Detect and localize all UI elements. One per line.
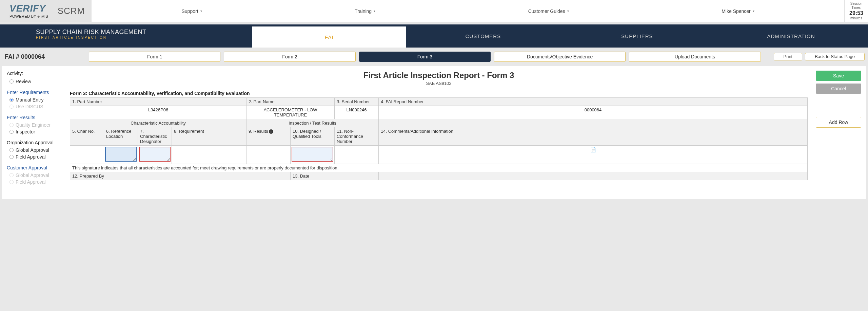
radio-inspector[interactable]: Inspector	[7, 128, 64, 135]
session-label2: Timer:	[849, 6, 863, 10]
radio-cust-global-label: Global Approval	[16, 172, 49, 178]
th-prepared-by: 12. Prepared By	[70, 172, 291, 180]
table-row: 📄	[70, 146, 808, 164]
radio-field-label: Field Approval	[16, 154, 46, 160]
main-nav-title: SUPPLY CHAIN RISK MANAGEMENT	[36, 29, 146, 36]
toolbar-right: Print Back to Status Page	[774, 53, 865, 60]
radio-cust-field-label: Field Approval	[16, 179, 46, 185]
back-to-status-button[interactable]: Back to Status Page	[805, 53, 865, 60]
session-timer: Session Timer: 29:53 minutes	[844, 0, 868, 22]
tab-customers[interactable]: CUSTOMERS	[406, 24, 560, 48]
nav-user-label: Mike Spencer	[722, 8, 751, 14]
th-results-label: 9. Results	[249, 129, 268, 134]
th-ref-location: 6. Reference Location	[104, 127, 138, 146]
cell-nonconformance	[335, 146, 379, 164]
th-char-accountability: Characteristic Accountability	[70, 119, 246, 127]
radio-icon	[9, 155, 14, 159]
tab-administration[interactable]: ADMINISTRATION	[714, 24, 868, 48]
main-nav-subtitle: FIRST ARTICLE INSPECTION	[36, 36, 146, 39]
section-customer-approval: Customer Approval	[7, 165, 64, 170]
documents-button[interactable]: Documents/Objective Evidence	[494, 52, 626, 62]
add-row-button[interactable]: Add Row	[816, 117, 861, 128]
page-subtitle: SAE AS9102	[70, 81, 808, 86]
radio-icon	[9, 180, 14, 184]
radio-icon	[9, 123, 14, 127]
cell-char-no	[70, 146, 104, 164]
nav-user[interactable]: Mike Spencer▾	[722, 8, 754, 14]
page-title: First Article Inspection Report - Form 3	[70, 71, 808, 80]
fai-number: FAI # 0000064	[5, 53, 85, 60]
input-results[interactable]	[248, 147, 289, 161]
val-fai-report: 0000064	[379, 106, 808, 119]
nav-training[interactable]: Training▾	[355, 8, 375, 14]
input-char-no[interactable]	[72, 147, 102, 161]
radio-global-approval[interactable]: Global Approval	[7, 147, 64, 153]
th-char-designator: 7. Characteristic Designator	[138, 127, 172, 146]
radio-icon	[9, 79, 14, 84]
th-part-name: 2. Part Name	[246, 98, 335, 106]
val-part-name: ACCELEROMETER - LOW TEMPERATURE	[246, 106, 335, 119]
save-button[interactable]: Save	[816, 71, 861, 81]
radio-review[interactable]: Review	[7, 78, 64, 85]
chevron-down-icon: ▾	[374, 9, 375, 13]
main-panel: First Article Inspection Report - Form 3…	[67, 71, 810, 185]
tab-fai[interactable]: FAI	[252, 26, 406, 48]
radio-quality-engineer: Quality Engineer	[7, 122, 64, 128]
session-label1: Session	[849, 2, 863, 6]
document-icon[interactable]: 📄	[380, 147, 806, 152]
form3-button[interactable]: Form 3	[359, 52, 491, 62]
th-serial: 3. Serial Number	[335, 98, 379, 106]
radio-field-approval[interactable]: Field Approval	[7, 153, 64, 160]
top-bar: VERIFY POWERED BY ⟐ iVIS SCRM Support▾ T…	[0, 0, 868, 22]
input-nonconformance[interactable]	[336, 147, 377, 161]
radio-use-discus: Use DISCUS	[7, 103, 64, 110]
form-toolbar: FAI # 0000064 Form 1 Form 2 Form 3 Docum…	[0, 48, 868, 66]
th-inspection-results: Inspection / Test Results	[246, 119, 379, 127]
chevron-down-icon: ▾	[753, 9, 754, 13]
th-tools: 10. Designed / Qualified Tools	[291, 127, 335, 146]
input-ref-location[interactable]	[105, 147, 136, 161]
val-serial: LN000246	[335, 106, 379, 119]
radio-review-label: Review	[16, 79, 31, 84]
th-fai-report: 4. FAI Report Number	[379, 98, 808, 106]
logo-area: VERIFY POWERED BY ⟐ iVIS SCRM	[0, 0, 92, 22]
form2-button[interactable]: Form 2	[224, 52, 355, 62]
th-results: 9. Resultsi	[246, 127, 291, 146]
nav-support-label: Support	[182, 8, 198, 14]
radio-cust-field-approval: Field Approval	[7, 179, 64, 185]
cancel-button[interactable]: Cancel	[816, 84, 861, 94]
radio-icon	[9, 98, 14, 102]
main-nav-title-block: SUPPLY CHAIN RISK MANAGEMENT FIRST ARTIC…	[0, 24, 160, 48]
input-char-designator[interactable]	[139, 147, 170, 161]
spacer	[160, 24, 252, 48]
main-nav: SUPPLY CHAIN RISK MANAGEMENT FIRST ARTIC…	[0, 24, 868, 48]
activity-sidebar: Activity: Review Enter Requirements Manu…	[7, 71, 67, 185]
radio-cust-global-approval: Global Approval	[7, 172, 64, 179]
radio-manual-entry[interactable]: Manual Entry	[7, 96, 64, 103]
radio-discus-label: Use DISCUS	[16, 104, 43, 109]
th-blank	[379, 119, 808, 127]
nav-training-label: Training	[355, 8, 372, 14]
radio-manual-label: Manual Entry	[16, 97, 43, 103]
cell-comments: 📄	[379, 146, 808, 164]
th-char-no: 5. Char No.	[70, 127, 104, 146]
session-time: 29:53	[849, 10, 863, 16]
print-button[interactable]: Print	[774, 53, 803, 60]
chevron-down-icon: ▾	[200, 9, 202, 13]
upload-documents-button[interactable]: Upload Documents	[629, 52, 761, 62]
input-requirement[interactable]	[173, 147, 245, 161]
section-enter-requirements: Enter Requirements	[7, 90, 64, 95]
input-tools[interactable]	[292, 147, 333, 161]
section-org-approval: Organization Approval	[7, 140, 64, 145]
radio-global-label: Global Approval	[16, 147, 49, 153]
nav-guides[interactable]: Customer Guides▾	[528, 8, 569, 14]
th-part-number: 1. Part Number	[70, 98, 246, 106]
signature-note: This signature indicates that all charac…	[70, 164, 808, 172]
form1-button[interactable]: Form 1	[89, 52, 220, 62]
nav-support[interactable]: Support▾	[182, 8, 202, 14]
info-icon[interactable]: i	[269, 129, 273, 134]
cell-tools	[291, 146, 335, 164]
tab-suppliers[interactable]: SUPPLIERS	[560, 24, 714, 48]
radio-qe-label: Quality Engineer	[16, 122, 51, 128]
radio-icon	[9, 130, 14, 134]
